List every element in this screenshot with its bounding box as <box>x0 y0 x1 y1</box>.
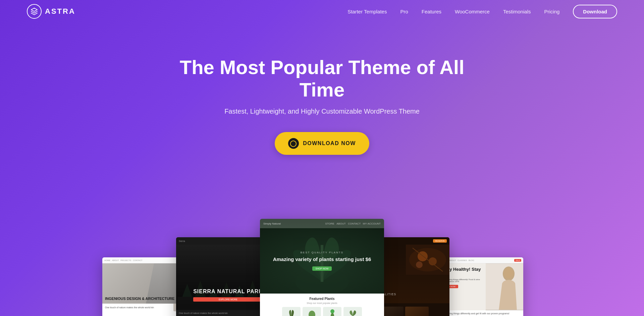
plants-header: Simply Natural STORE ABOUT CONTACT MY AC… <box>260 219 384 228</box>
plant-icon-3 <box>327 309 337 316</box>
architecture-card-inner: HOME ABOUT PROJECTS CONTACT INGENIOUS DE… <box>102 257 186 316</box>
plants-logo: Simply Natural <box>263 222 281 225</box>
plant-icon-4 <box>348 309 358 316</box>
download-now-button[interactable]: ◯ DOWNLOAD NOW <box>275 132 369 155</box>
plants-featured-section: Featured Plants Shop our most popular pl… <box>260 294 384 316</box>
plant-item-2 <box>303 307 321 316</box>
screenshot-architecture: HOME ABOUT PROJECTS CONTACT INGENIOUS DE… <box>102 257 186 316</box>
nav-pro[interactable]: Pro <box>400 9 408 14</box>
plants-hero-text: BEST QUALITY PLANTS Amazing variety of p… <box>273 251 371 271</box>
logo[interactable]: ASTRA <box>27 4 75 19</box>
header: ASTRA Starter Templates Pro Features Woo… <box>0 0 644 23</box>
arch-title: INGENIOUS DESIGN & ARCHITECTURE <box>105 297 183 301</box>
plants-featured-subtitle: Shop our most popular plants <box>263 302 381 304</box>
screenshot-plants: Simply Natural STORE ABOUT CONTACT MY AC… <box>260 219 384 316</box>
fresco-food-graphic <box>406 245 449 275</box>
plants-hero-section: BEST QUALITY PLANTS Amazing variety of p… <box>260 228 384 294</box>
arch-nav-text: HOME ABOUT PROJECTS CONTACT <box>104 259 143 261</box>
plant-item-4 <box>343 307 362 316</box>
hero-subtitle: Fastest, Lightweight, and Highly Customi… <box>224 108 420 115</box>
nav-starter-templates[interactable]: Starter Templates <box>347 9 387 14</box>
plant-item-3 <box>323 307 341 316</box>
arch-hero: INGENIOUS DESIGN & ARCHITECTURE <box>102 263 186 304</box>
logo-text: ASTRA <box>45 7 75 16</box>
nav-testimonials[interactable]: Testimonials <box>503 9 531 14</box>
plants-cta: SHOP NOW <box>312 266 332 271</box>
plant-items <box>263 307 381 316</box>
fresco-cta-btn: RESERVE <box>433 239 447 243</box>
plant-item-1 <box>282 307 301 316</box>
arch-header: HOME ABOUT PROJECTS CONTACT <box>102 257 186 263</box>
svg-point-14 <box>330 309 334 313</box>
svg-point-25 <box>504 268 513 278</box>
arch-body: One touch of nature makes the whole worl… <box>102 304 186 316</box>
sierra-name: SIERRA NATURAL PARK <box>193 289 263 295</box>
fitness-card-inner: HOME ABOUT CLASSES BLOG SALE Stay Health… <box>439 257 523 316</box>
svg-point-12 <box>309 311 315 316</box>
sierra-nav-text: Sierra <box>179 240 185 242</box>
plant-icon-2 <box>307 309 317 316</box>
fitness-body: Start doing things differently and get f… <box>439 310 523 316</box>
fresco-thumb-3 <box>405 307 429 316</box>
main-nav: Starter Templates Pro Features WooCommer… <box>347 5 617 18</box>
nav-features[interactable]: Features <box>422 9 441 14</box>
hero-section: The Most Popular Theme of All Time Faste… <box>0 23 644 155</box>
svg-point-21 <box>416 261 423 268</box>
plants-nav: STORE ABOUT CONTACT MY ACCOUNT <box>325 222 381 225</box>
screenshots-area: HOME ABOUT PROJECTS CONTACT INGENIOUS DE… <box>121 195 523 316</box>
nav-woocommerce[interactable]: WooCommerce <box>455 9 490 14</box>
plants-tagline: BEST QUALITY PLANTS <box>273 251 371 254</box>
nav-pricing[interactable]: Pricing <box>544 9 559 14</box>
wordpress-icon: ◯ <box>288 138 299 149</box>
astra-logo-icon <box>27 4 42 19</box>
fitness-img-side <box>486 263 524 310</box>
fitness-sale-badge: SALE <box>514 259 521 262</box>
nav-download-button[interactable]: Download <box>573 5 617 18</box>
fitness-body-text: Start doing things differently and get f… <box>441 312 521 315</box>
plants-featured-title: Featured Plants <box>263 297 381 301</box>
sierra-cta: EXPLORE MORE <box>193 297 263 302</box>
sierra-text: SIERRA NATURAL PARK EXPLORE MORE <box>193 289 263 302</box>
fitness-person-graphic <box>486 263 524 310</box>
plants-card-inner: Simply Natural STORE ABOUT CONTACT MY AC… <box>260 219 384 316</box>
plant-icon-1 <box>286 309 297 316</box>
download-now-label: DOWNLOAD NOW <box>303 140 356 146</box>
arch-body-text: One touch of nature makes the whole worl… <box>105 306 183 309</box>
hero-title: The Most Popular Theme of All Time <box>171 56 473 101</box>
fitness-header: HOME ABOUT CLASSES BLOG SALE <box>439 257 523 263</box>
plants-main-text: Amazing variety of plants starting just … <box>273 256 371 263</box>
astra-icon <box>30 7 38 15</box>
screenshot-fitness: HOME ABOUT CLASSES BLOG SALE Stay Health… <box>439 257 523 316</box>
fitness-hero: Stay Healthy! Stay Fit! Start doing thin… <box>439 263 523 310</box>
